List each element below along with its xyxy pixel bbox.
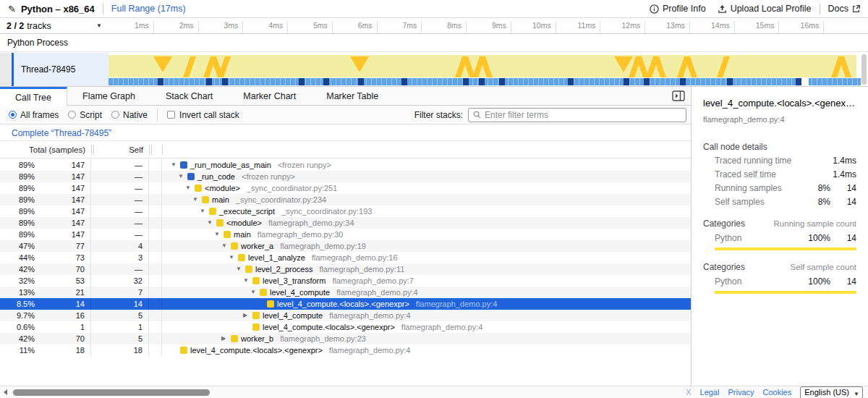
radio-button[interactable] [9, 111, 17, 119]
table-row[interactable]: 8.5%1414level_4_compute.<locals>.<genexp… [0, 298, 691, 310]
sidebar: level_4_compute.<locals>.<genexpr> flame… [691, 87, 868, 386]
docs-link[interactable]: Docs [828, 4, 861, 14]
radio-native[interactable]: Native [111, 110, 148, 120]
twisty-open-icon[interactable]: ▼ [250, 287, 260, 298]
top-bar: ✎ Python – x86_64 Full Range (17ms) Prof… [0, 0, 868, 18]
footer-link-cookies[interactable]: Cookies [763, 388, 792, 397]
table-row[interactable]: 9.7%165▶level_4_computeflamegraph_demo.p… [0, 310, 691, 321]
radio-button[interactable] [68, 111, 76, 119]
twisty-open-icon[interactable]: ▼ [178, 171, 187, 182]
column-resize-handle[interactable] [91, 145, 92, 155]
twisty-open-icon[interactable]: ▼ [229, 252, 238, 263]
function-name: <module> [205, 182, 240, 194]
sidebar-toggle-button[interactable] [672, 90, 685, 101]
twisty-closed-icon[interactable]: ▶ [221, 333, 231, 344]
tracks-vertical-scrollbar[interactable] [861, 54, 867, 85]
file-location: flamegraph_demo.py:23 [280, 333, 366, 344]
radio-all-frames[interactable]: All frames [9, 110, 59, 120]
column-resize-handle[interactable] [149, 145, 150, 155]
twisty-open-icon[interactable]: ▼ [207, 217, 216, 229]
thread-activity-graph[interactable] [109, 53, 861, 86]
table-row[interactable]: 42%70—▼level_2_processflamegraph_demo.py… [0, 263, 691, 275]
tab-marker-chart[interactable]: Marker Chart [228, 87, 311, 105]
table-row[interactable]: 89%147—▼_execute_script_sync_coordinator… [0, 206, 691, 217]
footer-link-x[interactable]: X [686, 388, 691, 397]
category-blue-icon [180, 161, 187, 169]
column-header-total[interactable]: Total (samples) [0, 142, 85, 158]
table-row[interactable]: 0.6%11level_4_compute.<locals>.<genexpr>… [0, 321, 691, 333]
table-row[interactable]: 89%147—▼main_sync_coordinator.py:234 [0, 194, 691, 206]
twisty-open-icon[interactable]: ▼ [185, 182, 195, 194]
language-select[interactable]: English (US) ▼ [800, 386, 863, 398]
total-samples: 147 [35, 229, 91, 240]
column-resize-handle[interactable] [162, 145, 163, 155]
total-samples: 77 [35, 240, 91, 252]
horizontal-scrollbar-thumb[interactable] [13, 389, 210, 396]
scrollbar-thumb[interactable] [861, 54, 867, 85]
detail-percent: 8% [799, 183, 830, 193]
sample-marker [206, 78, 212, 85]
caret-down-icon: ▼ [96, 22, 102, 29]
checkbox-box[interactable] [167, 111, 175, 119]
footer-link-legal[interactable]: Legal [700, 388, 720, 397]
table-row[interactable]: 47%774▼worker_aflamegraph_demo.py:19 [0, 240, 691, 252]
detail-value: 1.4ms [830, 156, 856, 166]
track-thread[interactable]: Thread-78495 [0, 53, 868, 87]
table-row[interactable]: 44%733▼level_1_analyzeflamegraph_demo.py… [0, 252, 691, 263]
column-header-self[interactable]: Self [91, 142, 143, 158]
radio-button[interactable] [111, 111, 119, 119]
tab-flame-graph[interactable]: Flame Graph [67, 87, 150, 105]
twisty-open-icon[interactable]: ▼ [243, 275, 252, 287]
search-placeholder: Enter filter terms [485, 110, 548, 120]
profile-info-button[interactable]: Profile Info [650, 4, 706, 14]
breadcrumb: Complete “Thread-78495” [0, 125, 691, 141]
search-input[interactable]: Enter filter terms [468, 108, 686, 122]
twisty-open-icon[interactable]: ▼ [200, 206, 209, 217]
column-resize-handle[interactable] [93, 145, 94, 155]
full-range-link[interactable]: Full Range (17ms) [111, 4, 186, 14]
categories-title: Categories [703, 262, 745, 273]
breadcrumb-root-link[interactable]: Complete “Thread-78495” [12, 128, 111, 138]
table-row[interactable]: 89%147—▼_run_code<frozen runpy> [0, 171, 691, 182]
footer-link-privacy[interactable]: Privacy [728, 388, 754, 397]
detail-label: Traced running time [715, 156, 799, 166]
detail-percent [799, 169, 830, 179]
total-samples: 73 [35, 252, 91, 263]
thread-track-label[interactable]: Thread-78495 [14, 53, 109, 86]
twisty-open-icon[interactable]: ▼ [221, 240, 231, 252]
tracks-dropdown[interactable]: 2 / 2 tracks ▼ [0, 18, 109, 33]
table-row[interactable]: 42%705▶worker_bflamegraph_demo.py:23 [0, 333, 691, 344]
invert-call-stack-checkbox[interactable]: Invert call stack [167, 110, 239, 120]
sample-marker [358, 78, 364, 85]
table-row[interactable]: 11%1818level_4_compute.<locals>.<genexpr… [0, 344, 691, 356]
twisty-open-icon[interactable]: ▼ [192, 194, 202, 206]
table-row[interactable]: 13%217▼level_4_computeflamegraph_demo.py… [0, 287, 691, 298]
upload-profile-button[interactable]: Upload Local Profile [718, 4, 812, 14]
category-yellow-icon [231, 242, 238, 250]
twisty-open-icon[interactable]: ▼ [214, 229, 224, 240]
table-row[interactable]: 89%147—▼mainflamegraph_demo.py:30 [0, 229, 691, 240]
radio-script[interactable]: Script [68, 110, 102, 120]
table-row[interactable]: 89%147—▼<module>_sync_coordinator.py:251 [0, 182, 691, 194]
tree-cell: level_4_compute.<locals>.<genexpr>flameg… [162, 321, 691, 333]
tab-marker-table[interactable]: Marker Table [311, 87, 393, 105]
twisty-open-icon[interactable]: ▼ [236, 263, 245, 275]
twisty-open-icon[interactable]: ▼ [171, 159, 180, 171]
tab-stack-chart[interactable]: Stack Chart [150, 87, 228, 105]
detail-percent: 8% [799, 197, 830, 207]
table-row[interactable]: 89%147—▼_run_module_as_main<frozen runpy… [0, 159, 691, 171]
track-python-process[interactable]: Python Process [0, 34, 868, 52]
file-location: <frozen runpy> [278, 159, 331, 171]
column-resize-handle[interactable] [151, 145, 152, 155]
table-row[interactable]: 89%147—▼<module>flamegraph_demo.py:34 [0, 217, 691, 229]
scroll-left-arrow-icon[interactable] [4, 389, 7, 395]
tick-label: 16ms [109, 18, 819, 33]
self-samples: 3 [91, 252, 149, 263]
sample-marker [463, 78, 469, 85]
total-percent: 89% [0, 182, 35, 194]
tree-cell: level_4_compute.<locals>.<genexpr>flameg… [162, 344, 691, 356]
table-row[interactable]: 32%5332▼level_3_transformflamegraph_demo… [0, 275, 691, 287]
tab-call-tree[interactable]: Call Tree [0, 87, 67, 106]
edit-pencil-icon[interactable]: ✎ [8, 4, 16, 14]
twisty-closed-icon[interactable]: ▶ [243, 310, 252, 321]
